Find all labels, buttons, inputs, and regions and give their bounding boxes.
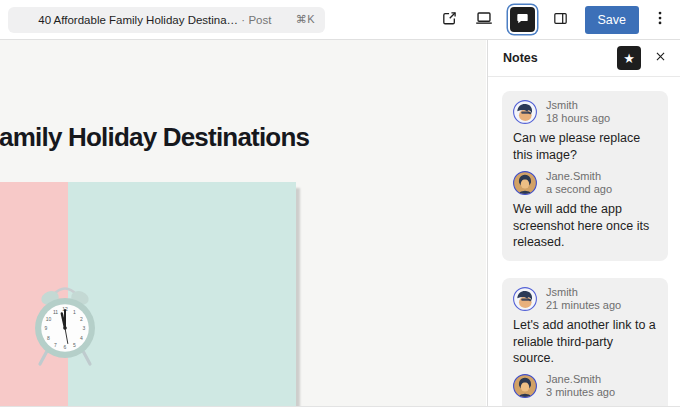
- comment-meta: Jsmith 18 hours ago: [546, 99, 610, 125]
- note-thread[interactable]: Jsmith 21 minutes ago Let's add another …: [502, 278, 668, 410]
- comment-meta: Jane.Smith a second ago: [546, 170, 612, 196]
- jsmith-avatar: [513, 100, 537, 124]
- top-bar-actions: Save: [437, 6, 674, 34]
- svg-text:8: 8: [47, 335, 50, 341]
- sidebar-toggle-icon: [550, 8, 571, 32]
- svg-text:4: 4: [80, 335, 83, 341]
- comment-author: Jsmith: [546, 286, 621, 299]
- close-icon: [651, 47, 670, 69]
- svg-text:10: 10: [46, 316, 52, 322]
- external-link-icon: [439, 8, 460, 32]
- comments-icon: [514, 10, 531, 30]
- comment-author: Jsmith: [546, 99, 610, 112]
- jane-smith-avatar: [513, 374, 537, 398]
- comment-text: We will add the app screenshot here once…: [513, 201, 657, 250]
- comments-toggle-button[interactable]: [510, 7, 535, 32]
- comment-head: Jane.Smith 3 minutes ago: [513, 373, 657, 399]
- comment-head: Jsmith 18 hours ago: [513, 99, 657, 125]
- window-bottom-edge: [0, 406, 680, 410]
- pin-notes-button[interactable]: ★: [617, 46, 641, 70]
- note-comment: Jane.Smith a second ago We will add the …: [513, 170, 657, 250]
- svg-text:6: 6: [64, 344, 67, 350]
- note-comment: Jsmith 21 minutes ago Let's add another …: [513, 286, 657, 366]
- comment-head: Jsmith 21 minutes ago: [513, 286, 657, 312]
- comment-timestamp: 18 hours ago: [546, 112, 610, 125]
- jsmith-avatar: [513, 287, 537, 311]
- post-image-block[interactable]: 1212 345 678 91011: [0, 182, 296, 407]
- notes-panel: Notes ★ Jsmith 18 hours ago Can we pleas…: [487, 40, 680, 407]
- more-options-icon: [649, 7, 671, 32]
- sidebar-toggle-button[interactable]: [548, 7, 574, 33]
- svg-text:2: 2: [80, 316, 83, 322]
- pin-star-icon: ★: [623, 52, 635, 65]
- save-button[interactable]: Save: [585, 6, 640, 34]
- notes-panel-title: Notes: [503, 51, 617, 65]
- external-link-button[interactable]: [437, 7, 463, 33]
- preview-devices-icon: [473, 7, 495, 32]
- preview-devices-button[interactable]: [471, 7, 497, 33]
- svg-text:9: 9: [45, 325, 48, 331]
- document-type-separator: ·: [241, 14, 245, 26]
- comment-text: Can we please replace this image?: [513, 130, 657, 163]
- note-thread[interactable]: Jsmith 18 hours ago Can we please replac…: [502, 91, 668, 261]
- editor-canvas: Family Holiday Destinations 1212 345 678…: [0, 40, 486, 407]
- document-title-wrap: 40 Affordable Family Holiday Destina… · …: [18, 14, 292, 26]
- comment-head: Jane.Smith a second ago: [513, 170, 657, 196]
- notes-panel-header: Notes ★: [488, 40, 680, 77]
- comment-author: Jane.Smith: [546, 170, 612, 183]
- comment-meta: Jsmith 21 minutes ago: [546, 286, 621, 312]
- note-comment: Jsmith 18 hours ago Can we please replac…: [513, 99, 657, 163]
- comment-author: Jane.Smith: [546, 373, 615, 386]
- svg-text:7: 7: [54, 342, 57, 348]
- more-options-button[interactable]: [647, 7, 673, 33]
- notes-list: Jsmith 18 hours ago Can we please replac…: [488, 77, 680, 410]
- close-panel-button[interactable]: [650, 48, 670, 68]
- image-teal-half: [68, 182, 296, 407]
- comment-timestamp: 3 minutes ago: [546, 386, 615, 399]
- alarm-clock-image: 1212 345 678 91011: [33, 280, 97, 368]
- comment-timestamp: a second ago: [546, 183, 612, 196]
- top-bar: 40 Affordable Family Holiday Destina… · …: [0, 0, 680, 40]
- svg-text:3: 3: [83, 325, 86, 331]
- svg-text:5: 5: [73, 342, 76, 348]
- jane-smith-avatar: [513, 171, 537, 195]
- document-bar[interactable]: 40 Affordable Family Holiday Destina… · …: [8, 7, 325, 33]
- document-type: Post: [248, 14, 271, 26]
- post-title-heading[interactable]: Family Holiday Destinations: [0, 122, 309, 153]
- command-palette-shortcut: ⌘K: [296, 13, 315, 26]
- document-title: 40 Affordable Family Holiday Destina…: [38, 14, 238, 26]
- comment-text: Let's add another link to a reliable thi…: [513, 317, 657, 366]
- svg-text:1: 1: [73, 309, 76, 315]
- comment-meta: Jane.Smith 3 minutes ago: [546, 373, 615, 399]
- comment-timestamp: 21 minutes ago: [546, 299, 621, 312]
- svg-text:11: 11: [53, 309, 58, 315]
- note-comment: Jane.Smith 3 minutes ago Added, a link t…: [513, 373, 657, 410]
